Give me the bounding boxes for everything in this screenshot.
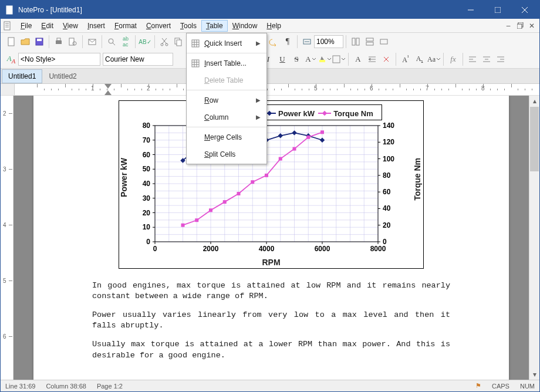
svg-text:30: 30 xyxy=(143,194,151,202)
svg-rect-125 xyxy=(195,218,198,222)
doc-icon xyxy=(3,21,12,31)
window-list-icon[interactable] xyxy=(377,35,391,49)
tab-untitled1[interactable]: Untitled1 xyxy=(2,69,42,83)
font-color-icon[interactable]: A xyxy=(303,52,318,66)
style-combo[interactable] xyxy=(18,53,100,66)
body-text[interactable]: In good engines, max torque is attained … xyxy=(92,281,450,361)
underline-icon[interactable]: U xyxy=(275,52,289,66)
replace-icon[interactable]: abac xyxy=(119,35,133,49)
mail-icon[interactable] xyxy=(85,35,99,49)
svg-rect-33 xyxy=(333,56,340,63)
cut-icon[interactable] xyxy=(157,35,171,49)
x-axis-label: RPM xyxy=(123,258,420,267)
menu-item-merge-cells[interactable]: Merge Cells xyxy=(187,129,266,146)
mdi-close-icon[interactable]: ✕ xyxy=(526,21,537,31)
menu-item-insert-table-[interactable]: Insert Table... xyxy=(187,55,266,72)
menu-file[interactable]: File xyxy=(16,20,36,32)
svg-rect-5 xyxy=(192,40,199,47)
svg-point-15 xyxy=(109,39,113,43)
svg-rect-127 xyxy=(223,200,227,204)
document-tabs: Untitled1Untitled2 xyxy=(1,69,539,84)
svg-rect-134 xyxy=(320,130,324,134)
menu-help[interactable]: Help xyxy=(262,20,286,32)
align-left-icon[interactable] xyxy=(465,52,480,66)
font-combo[interactable] xyxy=(103,53,173,66)
copy-icon[interactable] xyxy=(171,35,185,49)
print-preview-icon[interactable] xyxy=(66,35,80,49)
svg-rect-11 xyxy=(57,38,60,40)
strike-icon[interactable]: S xyxy=(289,52,303,66)
sup-icon[interactable]: A¹ xyxy=(399,52,413,66)
svg-rect-132 xyxy=(293,147,296,150)
sub-icon[interactable]: A₁ xyxy=(413,52,427,66)
menu-item-split-cells[interactable]: Split Cells xyxy=(187,146,266,163)
ruler-horizontal[interactable]: 12345678 xyxy=(1,84,539,96)
mdi-restore-icon[interactable] xyxy=(515,21,525,31)
svg-rect-1 xyxy=(495,7,501,13)
align-right-icon[interactable] xyxy=(494,52,508,66)
menu-view[interactable]: View xyxy=(58,20,83,32)
scroll-up-icon[interactable]: ▴ xyxy=(529,96,539,106)
menu-edit[interactable]: Edit xyxy=(36,20,58,32)
status-num: NUM xyxy=(520,383,535,390)
document-canvas[interactable]: Power kWTorque Nm 0200040006000800001020… xyxy=(14,96,529,380)
svg-text:120: 120 xyxy=(383,138,394,146)
minimize-button[interactable] xyxy=(457,1,484,19)
scrollbar-thumb[interactable] xyxy=(530,107,539,171)
pilcrow-icon[interactable]: ¶ xyxy=(281,35,295,49)
menu-convert[interactable]: Convert xyxy=(141,20,176,32)
menu-bar: FileEditViewInsertFormatConvertToolsTabl… xyxy=(1,19,539,33)
small-caps-icon[interactable]: Aa xyxy=(427,52,441,66)
svg-rect-32 xyxy=(319,60,325,62)
formula-icon[interactable]: fx xyxy=(446,52,460,66)
maximize-button[interactable] xyxy=(484,1,511,19)
cascade-icon[interactable] xyxy=(363,35,377,49)
print-icon[interactable] xyxy=(52,35,66,49)
svg-rect-27 xyxy=(352,38,355,45)
svg-text:0: 0 xyxy=(146,238,150,246)
new-icon[interactable] xyxy=(4,35,18,49)
zoom-combo[interactable] xyxy=(314,35,343,48)
close-button[interactable] xyxy=(511,1,538,19)
indent-icon[interactable] xyxy=(365,52,379,66)
tab-untitled2[interactable]: Untitled2 xyxy=(42,69,83,83)
svg-rect-126 xyxy=(209,208,212,212)
menu-tools[interactable]: Tools xyxy=(176,20,201,32)
menu-table[interactable]: Table xyxy=(201,20,228,32)
window-title: NotePro - [Untitled1] xyxy=(18,6,82,14)
vertical-scrollbar[interactable]: ▴ ▾ xyxy=(529,96,539,380)
scroll-down-icon[interactable]: ▾ xyxy=(529,369,539,380)
align-center-icon[interactable] xyxy=(480,52,494,66)
svg-text:80: 80 xyxy=(143,123,151,130)
styles-icon[interactable]: AA xyxy=(4,52,18,66)
svg-rect-30 xyxy=(366,42,373,45)
menu-format[interactable]: Format xyxy=(110,20,141,32)
border-icon[interactable] xyxy=(332,52,346,66)
highlight-icon[interactable] xyxy=(318,52,332,66)
undo-icon[interactable] xyxy=(266,35,281,49)
spellcheck-icon[interactable]: AB✓ xyxy=(138,35,152,49)
status-bar: Line 31:69 Column 38:68 Page 1:2 ⚑ CAPS … xyxy=(1,380,539,391)
ruler-vertical[interactable]: 23456 xyxy=(1,96,14,380)
menu-insert[interactable]: Insert xyxy=(83,20,110,32)
fit-width-icon[interactable] xyxy=(300,35,314,49)
svg-text:20: 20 xyxy=(383,221,391,229)
mdi-minimize-icon[interactable]: – xyxy=(503,21,514,31)
tile-icon[interactable] xyxy=(349,35,363,49)
svg-rect-124 xyxy=(181,223,185,227)
svg-text:0: 0 xyxy=(153,245,157,253)
svg-rect-6 xyxy=(192,60,199,67)
find-icon[interactable] xyxy=(104,35,119,49)
chart: Power kWTorque Nm 0200040006000800001020… xyxy=(119,100,424,269)
case-icon[interactable]: A xyxy=(351,52,365,66)
svg-text:70: 70 xyxy=(143,136,151,144)
open-icon[interactable] xyxy=(18,35,32,49)
menu-item-row[interactable]: Row▶ xyxy=(187,92,266,109)
clear-format-icon[interactable] xyxy=(379,52,393,66)
status-page: Page 1:2 xyxy=(97,383,123,390)
save-icon[interactable] xyxy=(32,35,46,49)
menu-item-column[interactable]: Column▶ xyxy=(187,109,266,126)
menu-window[interactable]: Window xyxy=(228,20,262,32)
svg-text:60: 60 xyxy=(143,150,151,158)
menu-item-quick-insert[interactable]: Quick Insert▶ xyxy=(187,35,266,52)
